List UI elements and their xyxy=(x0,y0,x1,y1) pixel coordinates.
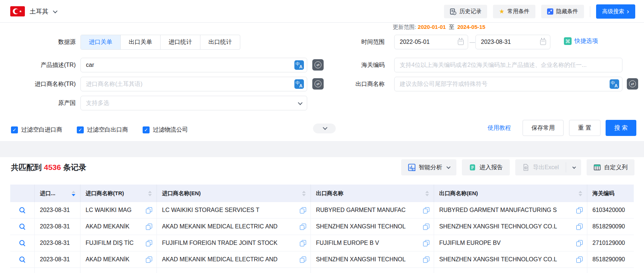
fuzzy-match-toggle[interactable]: ⇄ xyxy=(627,78,638,90)
column-header-exporter-en[interactable]: 出口商名称(EN) xyxy=(434,185,587,202)
checkbox-filter-blank-importer[interactable]: ✓ 过滤空白进口商 xyxy=(11,126,62,134)
copy-icon[interactable] xyxy=(423,240,429,246)
columns-icon xyxy=(594,164,601,171)
hs-code-input[interactable] xyxy=(394,58,622,72)
table-row[interactable]: 2023-08-31 LC WAIKIKI MAG LC WAIKIKI STO… xyxy=(10,202,634,219)
row-search-icon[interactable] xyxy=(19,207,26,213)
column-header-exporter[interactable]: 出口商名称 xyxy=(311,185,434,202)
history-button[interactable]: 历史记录 xyxy=(444,5,487,18)
tab-import-declarations[interactable]: 进口关单 xyxy=(81,35,121,49)
advanced-search-button[interactable]: 高级搜索 › xyxy=(596,4,635,19)
collapse-panel-button[interactable] xyxy=(313,124,336,133)
cell-exporter-en: RUBYRED GARMENT MANUFACTURING S xyxy=(439,207,576,213)
table-row[interactable]: 2023-08-31 AKAD MEKANİK AKAD MEKANIK MED… xyxy=(10,251,634,268)
origin-country-select[interactable] xyxy=(80,96,307,110)
sort-icons[interactable] xyxy=(148,191,152,196)
checkbox-filter-logistics[interactable]: ✓ 过滤物流公司 xyxy=(143,126,188,134)
quick-options-link[interactable]: ⌘ 快捷选项 xyxy=(564,37,598,45)
row-search-icon[interactable] xyxy=(19,223,26,230)
sort-icons[interactable] xyxy=(302,191,306,196)
sort-icons[interactable] xyxy=(579,191,582,196)
column-header-importer-en[interactable]: 进口商名称(EN) xyxy=(157,185,311,202)
quick-options-label: 快捷选项 xyxy=(575,37,598,45)
tab-export-statistics[interactable]: 出口统计 xyxy=(200,35,240,49)
copy-icon[interactable] xyxy=(576,240,583,246)
tab-import-statistics[interactable]: 进口统计 xyxy=(161,35,200,49)
copy-icon[interactable] xyxy=(146,240,152,246)
row-search-icon[interactable] xyxy=(19,256,26,263)
tutorial-link[interactable]: 使用教程 xyxy=(487,120,511,136)
report-icon xyxy=(469,164,476,171)
copy-icon[interactable] xyxy=(300,207,306,213)
date-to-input[interactable] xyxy=(475,35,550,49)
copy-icon[interactable] xyxy=(576,207,583,213)
custom-columns-button[interactable]: 自定义列 xyxy=(587,159,634,175)
tab-export-declarations[interactable]: 出口关单 xyxy=(121,35,161,49)
results-count: 4536 xyxy=(44,163,61,171)
product-desc-label: 产品描述(TR) xyxy=(6,58,76,72)
export-excel-label: 导出Excel xyxy=(533,164,559,171)
range-join: 至 xyxy=(449,24,454,30)
copy-icon[interactable] xyxy=(576,224,583,230)
cell-importer-tr: AKAD MEKANİK xyxy=(86,256,146,263)
date-from-input[interactable] xyxy=(394,35,468,49)
calendar-icon xyxy=(458,39,464,45)
importer-name-label: 进口商名称(TR) xyxy=(6,77,76,91)
history-icon xyxy=(450,8,456,15)
copy-icon[interactable] xyxy=(423,207,429,213)
results-summary: 共匹配到4536条记录 xyxy=(11,162,86,172)
copy-icon[interactable] xyxy=(300,224,306,230)
column-header-hs-code[interactable]: 海关编码 xyxy=(587,185,634,202)
export-excel-button[interactable]: 导出Excel xyxy=(515,159,566,175)
cell-importer-en: AKAD MEKANIK MEDICAL ELECTRIC AND xyxy=(162,223,300,230)
copy-icon[interactable] xyxy=(146,207,152,213)
divider xyxy=(590,6,590,17)
checkbox-filter-blank-exporter[interactable]: ✓ 过滤空白出口商 xyxy=(77,126,128,134)
checkbox-label: 过滤空白出口商 xyxy=(87,126,128,134)
save-common-button[interactable]: 保存常用 xyxy=(523,120,564,136)
enter-report-button[interactable]: 进入报告 xyxy=(462,159,510,175)
copy-icon[interactable] xyxy=(146,224,152,230)
copy-icon[interactable] xyxy=(300,240,306,246)
translate-icon[interactable] xyxy=(294,79,304,89)
importer-name-input[interactable] xyxy=(80,77,307,91)
column-label: 海关编码 xyxy=(592,190,614,197)
copy-icon[interactable] xyxy=(300,257,306,263)
sort-icons[interactable] xyxy=(72,191,75,196)
translate-icon[interactable] xyxy=(294,60,304,70)
datasource-tabs: 进口关单 出口关单 进口统计 出口统计 xyxy=(80,35,240,50)
cell-exporter: SHENZHEN XANGSHI TECHNOL xyxy=(316,223,423,230)
reset-button[interactable]: 重 置 xyxy=(569,120,600,136)
copy-icon[interactable] xyxy=(423,257,429,263)
country-selector[interactable]: ★ 土耳其 xyxy=(10,0,56,23)
cell-exporter: FUJIFILM EUROPE B V xyxy=(316,240,423,246)
search-button[interactable]: 搜 索 xyxy=(606,120,636,136)
sort-icons[interactable] xyxy=(425,191,429,196)
copy-icon[interactable] xyxy=(423,224,429,230)
column-header-import-date[interactable]: 进口... xyxy=(35,185,80,202)
checkbox-checked-icon: ✓ xyxy=(143,126,150,133)
favorites-button[interactable]: ★ 常用条件 xyxy=(493,5,535,18)
section-divider xyxy=(0,141,644,157)
command-icon: ⌘ xyxy=(564,37,572,45)
cell-exporter-en: FUJIFILM EUROPE BV xyxy=(439,240,576,246)
hide-conditions-button[interactable]: 隐藏条件 xyxy=(541,5,584,18)
translate-icon[interactable] xyxy=(610,79,619,89)
exporter-name-input[interactable] xyxy=(394,77,622,91)
product-desc-input[interactable] xyxy=(80,58,307,72)
export-options-dropdown[interactable] xyxy=(566,159,581,175)
advanced-search-label: 高级搜索 xyxy=(602,8,624,15)
column-label: 出口商名称(EN) xyxy=(439,190,478,197)
calendar-icon xyxy=(540,39,546,45)
origin-country-wrap xyxy=(80,96,307,110)
cell-date: 2023-08-31 xyxy=(40,256,80,263)
table-row[interactable]: 2023-08-31 FUJIFILM DIŞ TİC FUJIFILM FOR… xyxy=(10,235,634,251)
row-search-icon[interactable] xyxy=(19,240,26,246)
copy-icon[interactable] xyxy=(576,257,583,263)
table-row[interactable]: 2023-08-31 AKAD MEKANİK AKAD MEKANIK MED… xyxy=(10,219,634,235)
export-icon xyxy=(522,164,530,171)
column-header-importer-tr[interactable]: 进口商名称(TR) xyxy=(80,185,157,202)
smart-analysis-button[interactable]: BI 智能分析 xyxy=(401,159,456,175)
copy-icon[interactable] xyxy=(146,257,152,263)
turkey-flag-icon: ★ xyxy=(10,6,25,16)
